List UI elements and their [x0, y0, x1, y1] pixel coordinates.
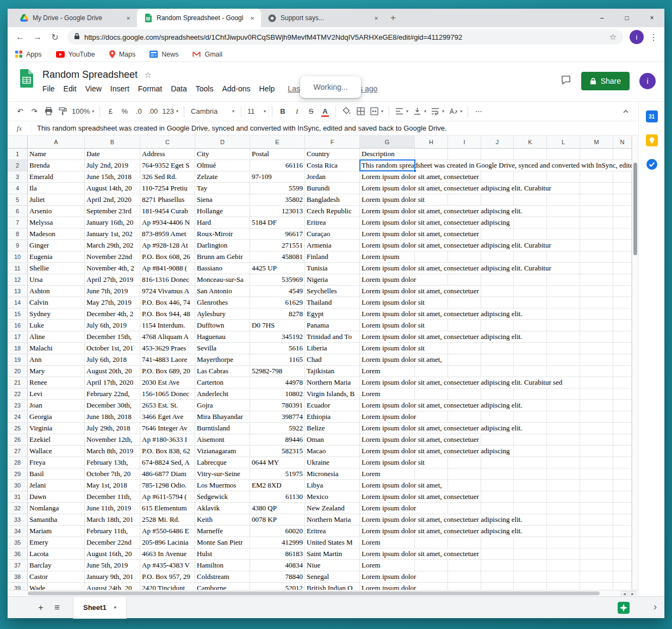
cell-F21[interactable]: Northern Maria — [305, 377, 360, 388]
text-color-button[interactable]: A — [318, 104, 332, 119]
cell-M10[interactable] — [580, 251, 613, 263]
column-header-B[interactable]: B — [85, 135, 140, 149]
cell-L32[interactable] — [547, 503, 580, 514]
cell-I18[interactable] — [448, 343, 481, 354]
row-header-17[interactable]: 17 — [8, 331, 28, 343]
row-header-23[interactable]: 23 — [8, 400, 28, 411]
bookmark-apps[interactable]: Apps — [15, 51, 42, 58]
cell-L34[interactable] — [547, 526, 580, 537]
cell-N27[interactable] — [613, 446, 632, 457]
cell-G38[interactable]: Lorem ipsum dolor — [360, 571, 415, 583]
cell-E28[interactable]: 0644 MY — [250, 457, 305, 468]
cell-D35[interactable]: Monte San Pietr — [195, 537, 250, 548]
cell-B26[interactable]: November 12th, — [85, 434, 140, 446]
cell-G34[interactable]: Lorem ipsum dolor sit amet, consectetuer… — [360, 526, 415, 537]
select-all-corner[interactable] — [8, 135, 28, 149]
cell-D31[interactable]: Sedgewick — [195, 491, 250, 503]
menu-file[interactable]: File — [42, 84, 55, 93]
cell-F3[interactable]: Jordan — [305, 171, 360, 183]
cell-N20[interactable] — [613, 366, 632, 377]
cell-C33[interactable]: 2528 Mi. Rd. — [140, 514, 195, 526]
row-header-12[interactable]: 12 — [8, 274, 28, 286]
cell-N36[interactable] — [613, 548, 632, 560]
cell-E16[interactable]: D0 7HS — [250, 320, 305, 331]
cell-N17[interactable] — [613, 331, 632, 343]
cell-N31[interactable] — [613, 491, 632, 503]
close-button[interactable]: × — [639, 9, 664, 27]
cell-G17[interactable]: Lorem ipsum dolor sit amet, consectetuer… — [360, 331, 415, 343]
cell-E22[interactable]: 10802 — [250, 388, 305, 400]
cell-G13[interactable]: Lorem ipsum dolor sit amet, consectetuer — [360, 286, 415, 297]
cell-K30[interactable] — [514, 480, 547, 491]
row-header-20[interactable]: 20 — [8, 366, 28, 377]
cell-M22[interactable] — [580, 388, 613, 400]
cell-B39[interactable]: August 24th, 20 — [85, 583, 140, 590]
cell-K1[interactable] — [514, 149, 547, 160]
cell-N24[interactable] — [613, 411, 632, 423]
cell-D1[interactable]: City — [195, 149, 250, 160]
bookmark-maps[interactable]: Maps — [109, 50, 136, 58]
cell-E12[interactable]: 535969 — [250, 274, 305, 286]
cell-A7[interactable]: Melyssa — [28, 217, 85, 229]
column-header-F[interactable]: F — [305, 135, 360, 149]
cell-F26[interactable]: Oman — [305, 434, 360, 446]
cell-E29[interactable]: 51975 — [250, 468, 305, 480]
cell-C11[interactable]: Ap #841-9088 ( — [140, 263, 195, 274]
cell-A2[interactable]: Brenda — [28, 160, 85, 171]
cell-H37[interactable] — [415, 560, 448, 571]
cell-B35[interactable]: December 22nd — [85, 537, 140, 548]
cell-C8[interactable]: 873-8959 Amet — [140, 229, 195, 240]
cell-J20[interactable] — [481, 366, 514, 377]
cell-K32[interactable] — [514, 503, 547, 514]
cell-A25[interactable]: Virginia — [28, 423, 85, 434]
cell-G5[interactable]: Lorem ipsum dolor sit — [360, 194, 415, 206]
cell-L35[interactable] — [547, 537, 580, 548]
cell-D6[interactable]: Hollange — [195, 206, 250, 217]
column-header-M[interactable]: M — [580, 135, 613, 149]
cell-C17[interactable]: 4768 Aliquam A — [140, 331, 195, 343]
cell-A12[interactable]: Ursa — [28, 274, 85, 286]
tab-close-icon[interactable]: × — [372, 14, 381, 22]
decrease-decimals-button[interactable]: .0 — [132, 104, 146, 119]
cell-I20[interactable] — [448, 366, 481, 377]
cell-J30[interactable] — [481, 480, 514, 491]
cell-M16[interactable] — [580, 320, 613, 331]
cell-B21[interactable]: April 17th, 2020 — [85, 377, 140, 388]
cell-N38[interactable] — [613, 571, 632, 583]
cell-B38[interactable]: January 9th, 201 — [85, 571, 140, 583]
cell-J29[interactable] — [481, 468, 514, 480]
cell-B20[interactable]: August 20th, 20 — [85, 366, 140, 377]
cell-F6[interactable]: Czech Republic — [305, 206, 360, 217]
column-header-J[interactable]: J — [481, 135, 514, 149]
cell-M19[interactable] — [580, 354, 613, 366]
vertical-scrollbar-thumb[interactable] — [633, 163, 637, 255]
cell-N26[interactable] — [613, 434, 632, 446]
cell-G6[interactable]: Lorem ipsum dolor sit amet, consectetuer… — [360, 206, 415, 217]
cell-J12[interactable] — [481, 274, 514, 286]
cell-B1[interactable]: Date — [85, 149, 140, 160]
cell-L6[interactable] — [547, 206, 580, 217]
row-header-34[interactable]: 34 — [8, 526, 28, 537]
cell-J31[interactable] — [481, 491, 514, 503]
strikethrough-button[interactable]: S — [304, 104, 318, 119]
cell-L13[interactable] — [547, 286, 580, 297]
cell-M25[interactable] — [580, 423, 613, 434]
cell-D15[interactable]: Aylesbury — [195, 309, 250, 320]
row-header-15[interactable]: 15 — [8, 309, 28, 320]
cell-E2[interactable]: 66116 — [250, 160, 305, 171]
cell-L12[interactable] — [547, 274, 580, 286]
cell-B5[interactable]: April 2nd, 2020 — [85, 194, 140, 206]
cell-G11[interactable]: Lorem ipsum dolor sit amet, consectetuer… — [360, 263, 415, 274]
menu-insert[interactable]: Insert — [110, 84, 129, 93]
cell-B11[interactable]: November 4th, 2 — [85, 263, 140, 274]
cell-C28[interactable]: 674-8824 Sed, A — [140, 457, 195, 468]
cell-E5[interactable]: 35802 — [250, 194, 305, 206]
menu-edit[interactable]: Edit — [64, 84, 77, 93]
cell-C30[interactable]: 785-1298 Odio. — [140, 480, 195, 491]
cell-K27[interactable] — [514, 446, 547, 457]
bold-button[interactable]: B — [276, 104, 290, 119]
cell-B27[interactable]: March 8th, 2019 — [85, 446, 140, 457]
cell-B30[interactable]: May 1st, 2018 — [85, 480, 140, 491]
cell-A3[interactable]: Emerald — [28, 171, 85, 183]
cell-G31[interactable]: Lorem ipsum dolor sit amet, consectetuer — [360, 491, 415, 503]
